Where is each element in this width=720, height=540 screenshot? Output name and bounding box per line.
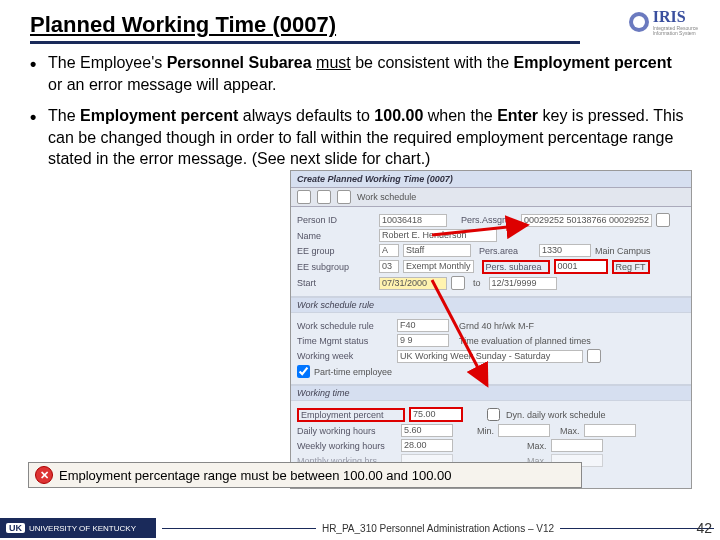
max-label: Max.: [560, 426, 580, 436]
wwh-label: Weekly working hours: [297, 441, 397, 451]
wsr-code[interactable]: F40: [397, 319, 449, 332]
page-number: 42: [696, 520, 712, 536]
wsr-label: Work schedule rule: [297, 321, 393, 331]
max-field-2[interactable]: [551, 439, 603, 452]
pers-subarea-field: Reg FT: [612, 260, 650, 274]
flower-icon: [629, 12, 649, 32]
logo-brand: IRIS: [653, 8, 698, 26]
save-icon[interactable]: [297, 190, 311, 204]
sap-window: Create Planned Working Time (0007) Work …: [290, 170, 692, 489]
pers-subarea-code: 0001: [554, 259, 608, 274]
search-help-icon[interactable]: [587, 349, 601, 363]
pers-assign-label: Pers.Assgn: [461, 215, 517, 225]
person-id-label: Person ID: [297, 215, 375, 225]
footer-center-text: HR_PA_310 Personnel Administration Actio…: [322, 523, 554, 534]
dyn-checkbox[interactable]: [487, 408, 500, 421]
start-label: Start: [297, 278, 375, 288]
min-label: Min.: [477, 426, 494, 436]
date-icon[interactable]: [451, 276, 465, 290]
logo-sub2: Information System: [653, 31, 698, 36]
pers-area-code: 1330: [539, 244, 591, 257]
to-label: to: [473, 278, 481, 288]
page-title: Planned Working Time (0007): [30, 12, 580, 44]
ww-label: Working week: [297, 351, 393, 361]
footer-org-badge: UK UNIVERSITY OF KENTUCKY: [0, 518, 156, 538]
max-field[interactable]: [584, 424, 636, 437]
ww-field[interactable]: UK Working Week Sunday - Saturday: [397, 350, 583, 363]
end-field[interactable]: 12/31/9999: [489, 277, 557, 290]
iris-logo: IRIS Integrated Resource Information Sys…: [629, 8, 698, 36]
parttime-checkbox[interactable]: [297, 365, 310, 378]
ee-group-label: EE group: [297, 246, 375, 256]
ws-rule-header: Work schedule rule: [291, 297, 691, 313]
ee-subgroup-code: 03: [379, 260, 399, 273]
tms-code[interactable]: 9 9: [397, 334, 449, 347]
error-message-bar: ✕ Employment percentage range must be be…: [28, 462, 582, 488]
ee-group-field: Staff: [403, 244, 471, 257]
pers-subarea-label: Pers. subarea: [482, 260, 550, 274]
start-field[interactable]: 07/31/2000: [379, 277, 447, 290]
name-label: Name: [297, 231, 375, 241]
bullet-2: The Employment percent always defaults t…: [30, 105, 690, 170]
ee-subgroup-field: Exempt Monthly: [403, 260, 474, 273]
footer-rule: [162, 528, 316, 529]
uk-badge: UK: [6, 523, 25, 533]
dyn-label: Dyn. daily work schedule: [506, 410, 606, 420]
bullet-1: The Employee's Personnel Subarea must be…: [30, 52, 690, 95]
footer-org: UNIVERSITY OF KENTUCKY: [29, 524, 136, 533]
footer: UK UNIVERSITY OF KENTUCKY HR_PA_310 Pers…: [0, 516, 720, 540]
ee-group-code: A: [379, 244, 399, 257]
emp-percent-label: Employment percent: [297, 408, 405, 422]
overview-icon[interactable]: [337, 190, 351, 204]
ee-subgroup-label: EE subgroup: [297, 262, 375, 272]
bullet-list: The Employee's Personnel Subarea must be…: [30, 52, 690, 170]
footer-rule-2: [560, 528, 714, 529]
wsr-text: Grnd 40 hr/wk M-F: [459, 321, 534, 331]
tms-text: Time evaluation of planned times: [459, 336, 591, 346]
list-icon[interactable]: [317, 190, 331, 204]
name-field: Robert E. Henderson: [379, 229, 497, 242]
pers-assign-field[interactable]: 00029252 50138766 00029252: [521, 214, 652, 227]
error-icon: ✕: [35, 466, 53, 484]
parttime-label: Part-time employee: [314, 367, 392, 377]
max-label-2: Max.: [527, 441, 547, 451]
error-text: Employment percentage range must be betw…: [59, 468, 451, 483]
dropdown-icon[interactable]: [656, 213, 670, 227]
sap-window-title: Create Planned Working Time (0007): [291, 171, 691, 188]
emp-percent-field[interactable]: 75.00: [409, 407, 463, 422]
dwh-label: Daily working hours: [297, 426, 397, 436]
tms-label: Time Mgmt status: [297, 336, 393, 346]
min-field[interactable]: [498, 424, 550, 437]
pers-area-label: Pers.area: [479, 246, 535, 256]
pers-area-field: Main Campus: [595, 246, 651, 256]
working-time-header: Working time: [291, 385, 691, 401]
dwh-field[interactable]: 5.60: [401, 424, 453, 437]
toolbar-label[interactable]: Work schedule: [357, 192, 416, 202]
person-id-field[interactable]: 10036418: [379, 214, 447, 227]
sap-toolbar: Work schedule: [291, 188, 691, 207]
wwh-field[interactable]: 28.00: [401, 439, 453, 452]
